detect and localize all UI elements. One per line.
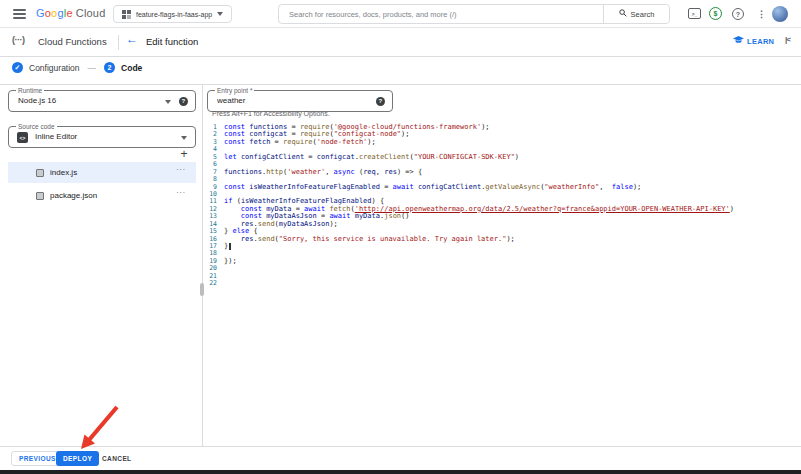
- step-configuration-label[interactable]: Configuration: [29, 63, 80, 73]
- code-token: configCatClient: [241, 154, 304, 161]
- file-name: package.json: [50, 191, 97, 200]
- avatar[interactable]: [772, 6, 788, 22]
- code-line[interactable]: 18: [204, 250, 794, 257]
- code-token: res: [384, 169, 397, 176]
- entry-point-input[interactable]: [217, 91, 346, 111]
- code-token: send: [258, 236, 275, 243]
- code-token: configcat: [317, 154, 355, 161]
- code-token: (): [401, 213, 409, 220]
- learn-icon: [733, 36, 744, 47]
- code-token: fetch: [249, 139, 270, 146]
- file-menu-icon[interactable]: ...: [176, 186, 186, 195]
- code-token: ): [730, 206, 734, 213]
- logo-cloud-text: Cloud: [76, 7, 106, 19]
- code-token: configCatClient: [418, 184, 481, 191]
- google-cloud-logo[interactable]: Google Cloud: [36, 7, 105, 19]
- free-trial-status-icon[interactable]: $: [709, 7, 722, 20]
- code-token: myDataAsJson: [279, 221, 330, 228]
- code-token: await: [393, 184, 414, 191]
- code-line[interactable]: 9const isWeatherInfoFeatureFlagEnabled =…: [204, 184, 794, 191]
- file-row-package.json[interactable]: package.json...: [8, 185, 196, 206]
- collapse-panel-icon[interactable]: |<: [785, 35, 790, 44]
- top-app-bar: Google Cloud feature-flags-in-faas-app S…: [0, 0, 801, 28]
- source-code-select[interactable]: Source code <> Inline Editor: [8, 126, 196, 148]
- code-token: );: [506, 236, 514, 243]
- chevron-down-icon: [217, 12, 223, 16]
- code-token: 'weather': [287, 169, 325, 176]
- code-line[interactable]: 19});: [204, 258, 794, 265]
- code-token: =: [380, 184, 393, 191]
- entry-point-field: Entry point * ?: [207, 90, 393, 112]
- code-line[interactable]: 17}: [204, 243, 794, 250]
- code-token: "weatherInfo": [544, 184, 599, 191]
- cancel-button[interactable]: CANCEL: [95, 451, 138, 466]
- divider: [118, 35, 119, 50]
- global-search-bar: Search: [278, 4, 670, 24]
- code-line[interactable]: 5let configCatClient = configcat.createC…: [204, 154, 794, 161]
- search-input[interactable]: [279, 5, 603, 23]
- project-selector[interactable]: feature-flags-in-faas-app: [113, 5, 232, 23]
- code-line[interactable]: 21: [204, 273, 794, 280]
- code-token: ): [515, 154, 519, 161]
- code-line[interactable]: 3const fetch = require('node-fetch');: [204, 139, 794, 146]
- back-arrow-icon[interactable]: ←: [126, 32, 138, 46]
- runtime-help-icon[interactable]: ?: [179, 97, 189, 107]
- code-token: (: [355, 169, 363, 176]
- search-button-label: Search: [631, 10, 655, 19]
- project-icon: [122, 7, 131, 22]
- cloud-shell-icon[interactable]: >_: [688, 8, 701, 19]
- logo-letter: G: [36, 7, 45, 19]
- deploy-button[interactable]: DEPLOY: [56, 451, 99, 466]
- file-icon: [36, 169, 44, 177]
- learn-button[interactable]: LEARN: [733, 36, 774, 47]
- file-row-index.js[interactable]: index.js...: [8, 162, 196, 183]
- menu-icon[interactable]: [13, 9, 26, 19]
- code-editor-icon: <>: [17, 132, 28, 143]
- line-number: 22: [204, 280, 224, 287]
- text-cursor: [229, 243, 232, 250]
- code-token: =: [270, 139, 283, 146]
- help-icon[interactable]: ?: [732, 8, 744, 20]
- code-token: ,: [325, 169, 333, 176]
- code-token: );: [367, 139, 375, 146]
- chevron-down-icon: [181, 136, 187, 140]
- runtime-select[interactable]: Runtime Node.js 16 ?: [8, 90, 196, 112]
- code-token: ,: [376, 169, 384, 176]
- code-line[interactable]: 16 res.send("Sorry, this service is unav…: [204, 236, 794, 243]
- panel-divider: [202, 85, 203, 446]
- wizard-stepper: ✓ Configuration — 2 Code: [12, 62, 142, 73]
- step-separator: —: [88, 63, 97, 73]
- accessibility-hint: Press Alt+F1 for Accessibility Options.: [212, 110, 330, 117]
- footer-action-bar: PREVIOUS DEPLOY CANCEL: [0, 446, 801, 470]
- code-token: getValueAsync: [485, 184, 540, 191]
- code-token: );: [481, 124, 489, 131]
- file-menu-icon[interactable]: ...: [176, 163, 186, 172]
- divider: [0, 84, 801, 85]
- code-token: let: [224, 154, 237, 161]
- step-code-number[interactable]: 2: [104, 62, 115, 73]
- add-file-button[interactable]: +: [176, 146, 192, 162]
- search-button[interactable]: Search: [603, 5, 669, 23]
- code-line[interactable]: 7functions.http('weather', async (req, r…: [204, 169, 794, 176]
- code-token: async: [334, 169, 355, 176]
- code-token: ) => {: [397, 169, 422, 176]
- code-token: functions: [224, 169, 262, 176]
- service-name: Cloud Functions: [38, 36, 107, 47]
- code-token: myData: [355, 213, 380, 220]
- source-code-value: Inline Editor: [35, 127, 165, 147]
- code-token: "Sorry, this service is unavailable. Try…: [279, 236, 507, 243]
- entry-point-help-icon[interactable]: ?: [376, 97, 386, 107]
- code-line[interactable]: 20: [204, 265, 794, 272]
- code-token: });: [224, 258, 237, 265]
- code-token: json: [384, 213, 401, 220]
- service-header: (···) Cloud Functions ← Edit function LE…: [0, 28, 801, 57]
- step-configuration-check-icon[interactable]: ✓: [12, 62, 23, 73]
- more-options-icon[interactable]: ⋮: [757, 7, 766, 21]
- code-editor[interactable]: 1const functions = require('@google-clou…: [204, 124, 794, 288]
- code-token: 'node-fetch': [317, 139, 368, 146]
- code-line[interactable]: 14 res.send(myDataAsJson);: [204, 221, 794, 228]
- google-logo-word: Google: [36, 7, 73, 19]
- step-code-label: Code: [121, 63, 142, 73]
- code-line[interactable]: 22: [204, 280, 794, 287]
- code-token: isWeatherInfoFeatureFlagEnabled: [249, 184, 380, 191]
